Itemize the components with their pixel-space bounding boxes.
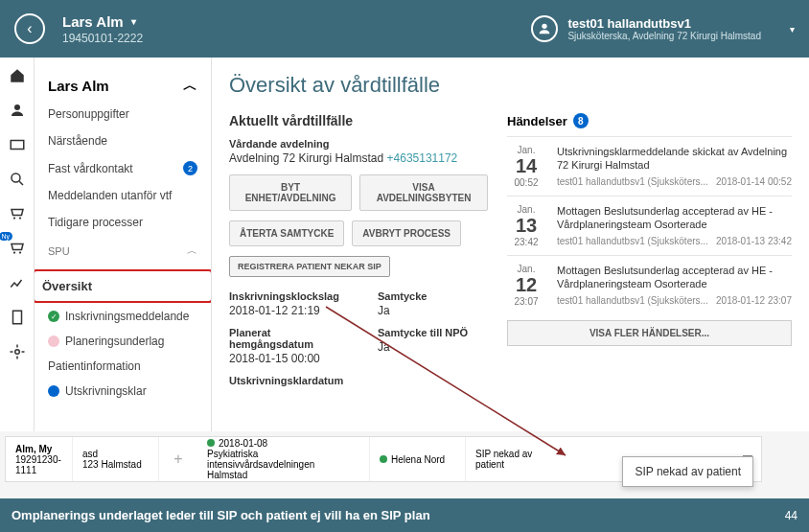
event-title: Mottagen Beslutsunderlag accepterad av H…	[557, 204, 792, 232]
sidebar-section-title: Lars Alm	[48, 78, 109, 94]
person-icon[interactable]	[9, 102, 26, 119]
icon-rail: Ny	[0, 58, 35, 431]
event-day: 13	[507, 215, 545, 237]
strip-unit: 2018-01-08 Psykiatriska intensivvårdsavd…	[197, 437, 370, 481]
strip-unit-line: Psykiatriska	[207, 449, 359, 459]
strip-date: 2018-01-08	[219, 438, 267, 449]
sidebar-status-patientinfo[interactable]: Patientinformation	[44, 354, 201, 379]
strip-name: Alm, My	[15, 444, 62, 454]
patient-name: Lars Alm	[62, 13, 124, 30]
patient-id: 19450101-2222	[62, 32, 143, 45]
registrera-nekar-sip-button[interactable]: REGISTRERA PATIENT NEKAR SIP	[229, 256, 390, 277]
svg-point-5	[12, 251, 14, 253]
sidebar-section-patient[interactable]: Lars Alm ︿	[44, 71, 201, 101]
strip-unit-line: intensivvårdsavdelningen	[207, 459, 359, 470]
sidebar-item-label: Meddelanden utanför vtf	[48, 189, 172, 202]
event-meta-time: 2018-01-14 00:52	[716, 176, 792, 187]
sidebar-item-label: Översikt	[42, 279, 92, 293]
status-dot-icon	[380, 455, 387, 463]
back-button[interactable]: ‹	[14, 13, 45, 44]
sidebar-item-fast-vardkontakt[interactable]: Fast vårdkontakt2	[44, 154, 201, 182]
events-count-badge: 8	[573, 113, 589, 128]
sip-callout: SIP nekad av patient	[622, 456, 753, 487]
samtycke-label: Samtycke	[378, 290, 488, 302]
strip-unit-line: Halmstad	[207, 470, 359, 480]
event-month: Jan.	[507, 264, 545, 274]
sidebar-item-oversikt[interactable]: Översikt	[35, 269, 212, 303]
chevron-left-icon: ‹	[27, 20, 32, 37]
sidebar-item-label: Tidigare processer	[48, 216, 143, 229]
event-row[interactable]: Jan. 12 23:07 Mottagen Beslutsunderlag a…	[507, 255, 792, 314]
inbox-icon[interactable]	[9, 136, 26, 153]
sidebar-spu[interactable]: SPU ︿	[44, 236, 201, 266]
strip-person-name: Helena Nord	[391, 454, 445, 465]
strip-ward: asd 123 Halmstad	[73, 437, 159, 481]
planerat-value: 2018-01-15 00:00	[229, 352, 339, 365]
event-time: 00:52	[507, 177, 545, 188]
aterta-samtycke-button[interactable]: ÅTERTA SAMTYCKE	[229, 220, 344, 246]
svg-point-6	[18, 251, 20, 253]
cart-new-icon[interactable]: Ny	[9, 240, 26, 257]
samtycke-npo-value: Ja	[378, 340, 488, 354]
status-dot-icon	[207, 439, 215, 447]
settings-icon[interactable]	[9, 343, 26, 360]
sidebar-status-inskrivning[interactable]: ✓ Inskrivningsmeddelande	[44, 304, 201, 329]
byt-enhet-button[interactable]: BYT ENHET/AVDELNING	[229, 174, 352, 211]
search-icon[interactable]	[9, 171, 26, 188]
sidebar-item-label: Fast vårdkontakt	[48, 162, 133, 175]
samtycke-npo-label: Samtycke till NPÖ	[378, 327, 488, 338]
samtycke-value: Ja	[378, 304, 488, 317]
user-menu[interactable]: test01 hallandutbsv1 Sjuksköterska, Avde…	[531, 15, 795, 42]
more-events-button[interactable]: VISA FLER HÄNDELSER...	[507, 320, 792, 346]
app-header: ‹ Lars Alm ▾ 19450101-2222 test01 hallan…	[0, 0, 809, 58]
sidebar-item-tidigare[interactable]: Tidigare processer	[44, 209, 201, 236]
count-badge: 2	[183, 161, 197, 175]
event-row[interactable]: Jan. 14 00:52 Utskrivningsklarmeddelande…	[507, 136, 792, 196]
strip-id: 19291230-1111	[15, 454, 62, 475]
status-label: Utskrivningsklar	[65, 384, 147, 398]
patient-info[interactable]: Lars Alm ▾ 19450101-2222	[62, 13, 143, 45]
content-panel: Översikt av vårdtillfälle Aktuellt vårdt…	[212, 58, 809, 431]
user-name: test01 hallandutbsv1	[567, 16, 761, 31]
sidebar-item-personuppgifter[interactable]: Personuppgifter	[44, 101, 201, 127]
ward-phone-link[interactable]: +4635131172	[387, 151, 458, 165]
event-meta-time: 2018-01-13 23:42	[716, 236, 792, 246]
status-dot-icon	[48, 385, 59, 397]
vardande-label: Vårdande avdelning	[229, 138, 488, 150]
event-month: Jan.	[507, 145, 545, 155]
strip-person: Helena Nord	[370, 437, 466, 481]
chevron-up-icon: ︿	[183, 77, 197, 95]
svg-point-2	[12, 173, 20, 182]
inskrivning-value: 2018-01-12 21:19	[229, 304, 339, 317]
svg-rect-7	[12, 311, 21, 324]
event-meta-user: test01 hallandutbsv1 (Sjuksköters...	[557, 295, 708, 306]
svg-point-4	[18, 217, 20, 219]
svg-point-1	[14, 104, 20, 110]
sidebar-status-utskrivning[interactable]: Utskrivningsklar	[44, 379, 201, 404]
avbryt-process-button[interactable]: AVBRYT PROCESS	[352, 220, 461, 246]
svg-point-0	[543, 24, 547, 29]
chart-icon[interactable]	[9, 274, 26, 291]
planerat-label: Planerat hemgångsdatum	[229, 327, 339, 350]
sidebar-status-planering[interactable]: Planeringsunderlag	[44, 329, 201, 354]
current-care-column: Aktuellt vårdtillfälle Vårdande avdelnin…	[229, 113, 488, 388]
status-label: Planeringsunderlag	[65, 335, 164, 348]
document-icon[interactable]	[9, 309, 26, 326]
strip-add-button[interactable]: +	[159, 451, 197, 468]
strip-patient[interactable]: Alm, My 19291230-1111	[6, 437, 73, 481]
event-meta-time: 2018-01-12 23:07	[716, 295, 792, 306]
visa-byten-button[interactable]: VISA AVDELNINGSBYTEN	[359, 174, 488, 211]
cart-icon[interactable]	[9, 205, 26, 222]
sidebar-spu-label: SPU	[48, 245, 70, 257]
inskrivning-label: Inskrivningsklockslag	[229, 290, 339, 302]
event-time: 23:07	[507, 296, 545, 307]
sidebar-item-narstaende[interactable]: Närstående	[44, 127, 201, 154]
page-title: Översikt av vårdtillfälle	[229, 73, 792, 98]
event-time: 23:42	[507, 237, 545, 247]
home-icon[interactable]	[9, 67, 26, 84]
chevron-down-icon: ▾	[131, 16, 136, 27]
status-label: Patientinformation	[48, 359, 141, 373]
strip-ward-line1: asd	[82, 449, 149, 459]
sidebar-item-meddelanden[interactable]: Meddelanden utanför vtf	[44, 182, 201, 209]
event-row[interactable]: Jan. 13 23:42 Mottagen Beslutsunderlag a…	[507, 196, 792, 255]
